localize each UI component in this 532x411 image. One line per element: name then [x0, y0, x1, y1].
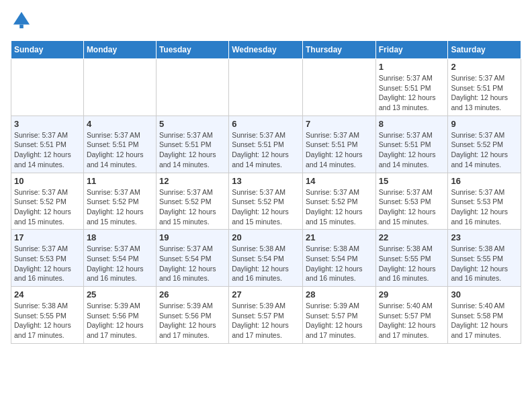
- day-number: 12: [159, 176, 226, 186]
- calendar-week-row: 3Sunrise: 5:37 AM Sunset: 5:51 PM Daylig…: [11, 116, 521, 173]
- day-number: 4: [87, 119, 153, 129]
- day-info: Sunrise: 5:40 AM Sunset: 5:57 PM Dayligh…: [379, 301, 445, 340]
- logo: [11, 11, 31, 32]
- calendar-cell: 12Sunrise: 5:37 AM Sunset: 5:52 PM Dayli…: [156, 173, 228, 230]
- day-number: 1: [379, 62, 445, 72]
- weekday-header: Tuesday: [156, 41, 228, 59]
- day-info: Sunrise: 5:39 AM Sunset: 5:56 PM Dayligh…: [159, 301, 226, 340]
- day-info: Sunrise: 5:37 AM Sunset: 5:52 PM Dayligh…: [306, 187, 373, 227]
- day-info: Sunrise: 5:37 AM Sunset: 5:52 PM Dayligh…: [451, 130, 518, 170]
- day-number: 15: [379, 176, 445, 186]
- day-info: Sunrise: 5:37 AM Sunset: 5:51 PM Dayligh…: [451, 73, 518, 113]
- calendar-cell: 21Sunrise: 5:38 AM Sunset: 5:54 PM Dayli…: [302, 230, 375, 287]
- day-info: Sunrise: 5:37 AM Sunset: 5:51 PM Dayligh…: [14, 130, 81, 170]
- day-number: 8: [379, 119, 445, 129]
- weekday-header: Thursday: [302, 41, 375, 59]
- day-number: 21: [306, 232, 373, 242]
- calendar-cell: 14Sunrise: 5:37 AM Sunset: 5:52 PM Dayli…: [302, 173, 375, 230]
- calendar-cell: 17Sunrise: 5:37 AM Sunset: 5:53 PM Dayli…: [11, 230, 84, 287]
- svg-marker-0: [13, 12, 30, 25]
- weekday-header: Wednesday: [229, 41, 303, 59]
- day-info: Sunrise: 5:37 AM Sunset: 5:54 PM Dayligh…: [87, 244, 153, 283]
- day-number: 13: [232, 176, 300, 186]
- calendar-cell: 2Sunrise: 5:37 AM Sunset: 5:51 PM Daylig…: [448, 59, 521, 116]
- calendar-cell: 30Sunrise: 5:40 AM Sunset: 5:58 PM Dayli…: [448, 287, 521, 344]
- calendar-cell: [83, 59, 156, 116]
- calendar-cell: [229, 59, 303, 116]
- day-info: Sunrise: 5:37 AM Sunset: 5:52 PM Dayligh…: [87, 187, 153, 227]
- day-number: 27: [232, 289, 300, 300]
- calendar-week-row: 17Sunrise: 5:37 AM Sunset: 5:53 PM Dayli…: [11, 230, 521, 287]
- calendar-table: SundayMondayTuesdayWednesdayThursdayFrid…: [11, 40, 521, 344]
- day-number: 5: [159, 119, 226, 129]
- calendar-header-row: SundayMondayTuesdayWednesdayThursdayFrid…: [11, 41, 521, 59]
- weekday-header: Sunday: [11, 41, 84, 59]
- day-number: 24: [14, 289, 81, 300]
- day-info: Sunrise: 5:38 AM Sunset: 5:54 PM Dayligh…: [232, 244, 300, 283]
- day-number: 7: [306, 119, 373, 129]
- day-info: Sunrise: 5:37 AM Sunset: 5:53 PM Dayligh…: [379, 187, 445, 227]
- day-info: Sunrise: 5:37 AM Sunset: 5:51 PM Dayligh…: [232, 130, 300, 170]
- calendar-cell: 3Sunrise: 5:37 AM Sunset: 5:51 PM Daylig…: [11, 116, 84, 173]
- calendar-cell: 11Sunrise: 5:37 AM Sunset: 5:52 PM Dayli…: [83, 173, 156, 230]
- calendar-cell: 15Sunrise: 5:37 AM Sunset: 5:53 PM Dayli…: [375, 173, 448, 230]
- day-number: 20: [232, 232, 300, 242]
- calendar-cell: 28Sunrise: 5:39 AM Sunset: 5:57 PM Dayli…: [302, 287, 375, 344]
- calendar-cell: [11, 59, 84, 116]
- day-number: 22: [379, 232, 445, 242]
- logo-icon: [12, 11, 31, 30]
- day-number: 9: [451, 119, 518, 129]
- day-info: Sunrise: 5:37 AM Sunset: 5:51 PM Dayligh…: [379, 130, 445, 170]
- day-info: Sunrise: 5:37 AM Sunset: 5:53 PM Dayligh…: [14, 244, 81, 283]
- day-info: Sunrise: 5:37 AM Sunset: 5:54 PM Dayligh…: [159, 244, 226, 283]
- day-number: 2: [451, 62, 518, 72]
- calendar-cell: 16Sunrise: 5:37 AM Sunset: 5:53 PM Dayli…: [448, 173, 521, 230]
- calendar-cell: 9Sunrise: 5:37 AM Sunset: 5:52 PM Daylig…: [448, 116, 521, 173]
- calendar-cell: 8Sunrise: 5:37 AM Sunset: 5:51 PM Daylig…: [375, 116, 448, 173]
- day-info: Sunrise: 5:37 AM Sunset: 5:51 PM Dayligh…: [379, 73, 445, 113]
- calendar-cell: 4Sunrise: 5:37 AM Sunset: 5:51 PM Daylig…: [83, 116, 156, 173]
- day-number: 19: [159, 232, 226, 242]
- calendar-cell: 13Sunrise: 5:37 AM Sunset: 5:52 PM Dayli…: [229, 173, 303, 230]
- day-number: 18: [87, 232, 153, 242]
- calendar-cell: 5Sunrise: 5:37 AM Sunset: 5:51 PM Daylig…: [156, 116, 228, 173]
- calendar-cell: 7Sunrise: 5:37 AM Sunset: 5:51 PM Daylig…: [302, 116, 375, 173]
- calendar-cell: 27Sunrise: 5:39 AM Sunset: 5:57 PM Dayli…: [229, 287, 303, 344]
- calendar-cell: 6Sunrise: 5:37 AM Sunset: 5:51 PM Daylig…: [229, 116, 303, 173]
- day-number: 16: [451, 176, 518, 186]
- day-info: Sunrise: 5:38 AM Sunset: 5:55 PM Dayligh…: [451, 244, 518, 283]
- day-number: 17: [14, 232, 81, 242]
- weekday-header: Friday: [375, 41, 448, 59]
- calendar-cell: 29Sunrise: 5:40 AM Sunset: 5:57 PM Dayli…: [375, 287, 448, 344]
- day-number: 11: [87, 176, 153, 186]
- day-info: Sunrise: 5:38 AM Sunset: 5:54 PM Dayligh…: [306, 244, 373, 283]
- calendar-cell: 26Sunrise: 5:39 AM Sunset: 5:56 PM Dayli…: [156, 287, 228, 344]
- day-info: Sunrise: 5:37 AM Sunset: 5:52 PM Dayligh…: [159, 187, 226, 227]
- day-info: Sunrise: 5:39 AM Sunset: 5:56 PM Dayligh…: [87, 301, 153, 340]
- svg-rect-1: [19, 25, 24, 29]
- page-header: [11, 11, 521, 32]
- calendar-cell: 25Sunrise: 5:39 AM Sunset: 5:56 PM Dayli…: [83, 287, 156, 344]
- calendar-cell: 18Sunrise: 5:37 AM Sunset: 5:54 PM Dayli…: [83, 230, 156, 287]
- day-info: Sunrise: 5:39 AM Sunset: 5:57 PM Dayligh…: [306, 301, 373, 340]
- calendar-cell: 19Sunrise: 5:37 AM Sunset: 5:54 PM Dayli…: [156, 230, 228, 287]
- calendar-week-row: 1Sunrise: 5:37 AM Sunset: 5:51 PM Daylig…: [11, 59, 521, 116]
- calendar-cell: [302, 59, 375, 116]
- day-info: Sunrise: 5:37 AM Sunset: 5:52 PM Dayligh…: [232, 187, 300, 227]
- day-info: Sunrise: 5:39 AM Sunset: 5:57 PM Dayligh…: [232, 301, 300, 340]
- calendar-week-row: 24Sunrise: 5:38 AM Sunset: 5:55 PM Dayli…: [11, 287, 521, 344]
- day-info: Sunrise: 5:37 AM Sunset: 5:51 PM Dayligh…: [87, 130, 153, 170]
- day-info: Sunrise: 5:38 AM Sunset: 5:55 PM Dayligh…: [379, 244, 445, 283]
- day-number: 3: [14, 119, 81, 129]
- weekday-header: Monday: [83, 41, 156, 59]
- calendar-cell: 23Sunrise: 5:38 AM Sunset: 5:55 PM Dayli…: [448, 230, 521, 287]
- calendar-week-row: 10Sunrise: 5:37 AM Sunset: 5:52 PM Dayli…: [11, 173, 521, 230]
- day-number: 23: [451, 232, 518, 242]
- day-info: Sunrise: 5:40 AM Sunset: 5:58 PM Dayligh…: [451, 301, 518, 340]
- day-number: 10: [14, 176, 81, 186]
- calendar-cell: [156, 59, 228, 116]
- calendar-cell: 1Sunrise: 5:37 AM Sunset: 5:51 PM Daylig…: [375, 59, 448, 116]
- day-number: 25: [87, 289, 153, 300]
- day-number: 14: [306, 176, 373, 186]
- calendar-cell: 22Sunrise: 5:38 AM Sunset: 5:55 PM Dayli…: [375, 230, 448, 287]
